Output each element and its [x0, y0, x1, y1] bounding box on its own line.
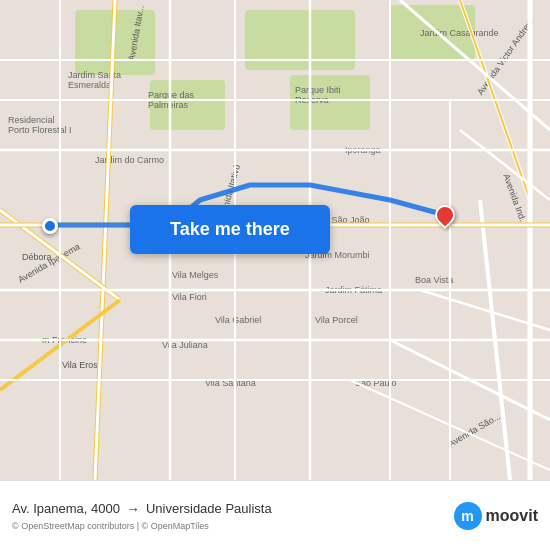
route-destination: Universidade Paulista: [146, 501, 272, 516]
moovit-icon-letter: m: [461, 508, 473, 524]
svg-line-24: [460, 130, 550, 200]
origin-marker: [42, 218, 58, 234]
bottom-bar: Av. Ipanema, 4000 → Universidade Paulist…: [0, 480, 550, 550]
route-summary: Av. Ipanema, 4000 → Universidade Paulist…: [12, 501, 454, 517]
moovit-logo: m moovit: [454, 502, 538, 530]
destination-marker: [435, 205, 455, 231]
take-me-there-button[interactable]: Take me there: [130, 205, 330, 254]
moovit-icon: m: [454, 502, 482, 530]
moovit-text: moovit: [486, 507, 538, 525]
route-arrow: →: [126, 501, 140, 517]
route-origin: Av. Ipanema, 4000: [12, 501, 120, 516]
route-info: Av. Ipanema, 4000 → Universidade Paulist…: [12, 501, 454, 531]
copyright: © OpenStreetMap contributors | © OpenMap…: [12, 521, 454, 531]
svg-line-1: [95, 0, 115, 480]
dest-marker-shape: [431, 201, 459, 229]
map-container: Jardim Santa Esmeralda Residencial Porto…: [0, 0, 550, 480]
